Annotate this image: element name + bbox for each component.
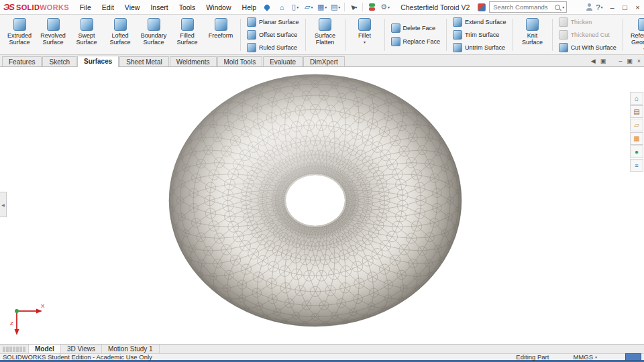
new-document-button[interactable]: ▯▾ bbox=[288, 1, 302, 13]
tab-scroll-buttons[interactable] bbox=[0, 345, 29, 353]
tab-weldments[interactable]: Weldments bbox=[170, 56, 217, 66]
menu-tools[interactable]: Tools bbox=[174, 1, 201, 13]
extend-surface-button[interactable]: Extend Surface bbox=[449, 16, 510, 29]
search-commands-box[interactable]: ▾ bbox=[489, 1, 567, 13]
pin-menu-icon[interactable] bbox=[263, 3, 270, 11]
options-button[interactable]: ⚙▾ bbox=[378, 1, 392, 13]
rebuild-button[interactable] bbox=[365, 1, 378, 13]
close-button[interactable]: × bbox=[631, 1, 644, 14]
menu-window[interactable]: Window bbox=[201, 1, 236, 13]
doc-close-button[interactable]: × bbox=[637, 58, 641, 64]
tab-mold-tools[interactable]: Mold Tools bbox=[217, 56, 263, 66]
tab-motion-study-1[interactable]: Motion Study 1 bbox=[102, 345, 160, 353]
revolved-surface-button[interactable]: Revolved Surface bbox=[36, 16, 70, 54]
menu-edit[interactable]: Edit bbox=[97, 1, 119, 13]
tab-sheet-metal[interactable]: Sheet Metal bbox=[119, 56, 168, 66]
caret-down-icon: ▾ bbox=[311, 5, 313, 9]
document-tabs-bar: Model 3D Views Motion Study 1 bbox=[0, 344, 644, 353]
menu-view[interactable]: View bbox=[119, 1, 146, 13]
menu-file[interactable]: File bbox=[74, 1, 97, 13]
lofted-surface-button[interactable]: Lofted Surface bbox=[103, 16, 137, 54]
revolved-surface-icon bbox=[47, 18, 60, 31]
quick-access-toolbar: ⌂ ▯▾ ▱▾ ▦▾ ▤▾ ▶▾ ⚙▾ bbox=[275, 1, 392, 13]
reference-geometry-button[interactable]: Reference Geometry ▾ bbox=[626, 16, 644, 54]
caret-down-icon: ▾ bbox=[325, 5, 327, 9]
replace-face-icon bbox=[391, 37, 400, 46]
units-selector[interactable]: MMGS ▾ bbox=[573, 353, 597, 361]
task-pane-home-button[interactable]: ⌂ bbox=[630, 92, 643, 105]
tab-3d-views[interactable]: 3D Views bbox=[61, 345, 102, 353]
maximize-button[interactable]: □ bbox=[619, 1, 631, 14]
doc-minimize-button[interactable]: – bbox=[619, 58, 622, 64]
knit-surface-button[interactable]: Knit Surface bbox=[516, 16, 549, 54]
file-explorer-button[interactable]: ▱ bbox=[630, 119, 643, 131]
surface-flatten-button[interactable]: Surface Flatten bbox=[309, 16, 342, 54]
ribbon-separator bbox=[623, 19, 623, 51]
graphics-area[interactable]: ◀ ⌂ ▤ ▱ ▦ ● ≡ X Z bbox=[0, 67, 644, 344]
tab-features[interactable]: Features bbox=[2, 56, 42, 66]
part-file-icon bbox=[478, 3, 486, 11]
untrim-surface-icon bbox=[453, 43, 462, 52]
offset-surface-icon bbox=[247, 30, 256, 40]
trim-surface-button[interactable]: Trim Surface bbox=[449, 29, 510, 42]
search-icon[interactable] bbox=[555, 5, 560, 10]
document-window-controls: ◀ ▣ – ▣ × bbox=[591, 58, 644, 66]
tab-sketch[interactable]: Sketch bbox=[42, 56, 76, 66]
caret-down-icon: ▾ bbox=[601, 5, 603, 9]
print-button[interactable]: ▤▾ bbox=[329, 1, 342, 13]
delete-face-button[interactable]: Delete Face bbox=[388, 21, 444, 35]
search-input[interactable] bbox=[492, 3, 553, 11]
task-pane: ⌂ ▤ ▱ ▦ ● ≡ bbox=[630, 92, 643, 172]
offset-surface-button[interactable]: Offset Surface bbox=[244, 29, 303, 42]
caret-down-icon[interactable]: ▾ bbox=[562, 5, 564, 9]
open-button[interactable]: ▱▾ bbox=[302, 1, 315, 13]
minimize-button[interactable]: – bbox=[606, 1, 619, 14]
tab-evaluate[interactable]: Evaluate bbox=[263, 56, 303, 66]
collapse-ribbon-icon[interactable]: ◀ bbox=[591, 58, 596, 64]
task-pane-toggle[interactable] bbox=[625, 353, 641, 361]
units-label: MMGS bbox=[573, 353, 593, 361]
extruded-surface-button[interactable]: Extruded Surface bbox=[3, 16, 36, 54]
custom-properties-button[interactable]: ≡ bbox=[630, 159, 643, 172]
untrim-surface-button[interactable]: Untrim Surface bbox=[449, 41, 510, 54]
tab-model[interactable]: Model bbox=[29, 345, 61, 353]
appearances-button[interactable]: ▦ bbox=[630, 132, 643, 145]
swept-surface-button[interactable]: Swept Surface bbox=[70, 16, 103, 54]
feature-tree-collapse-tab[interactable]: ◀ bbox=[0, 192, 7, 217]
tab-surfaces[interactable]: Surfaces bbox=[77, 56, 119, 67]
home-button[interactable]: ⌂ bbox=[275, 1, 288, 13]
toroid-model[interactable] bbox=[0, 67, 644, 344]
document-title: Chesterfield Toroid V2 bbox=[400, 3, 470, 11]
save-button[interactable]: ▦▾ bbox=[315, 1, 329, 13]
tab-dimxpert[interactable]: DimXpert bbox=[303, 56, 345, 66]
ruled-surface-button[interactable]: Ruled Surface bbox=[244, 41, 303, 54]
design-library-button[interactable]: ▤ bbox=[630, 105, 643, 118]
help-label: ? bbox=[596, 3, 600, 11]
replace-face-button[interactable]: Replace Face bbox=[388, 35, 444, 48]
cascade-window-icon[interactable]: ▣ bbox=[600, 58, 606, 64]
filled-surface-button[interactable]: Filled Surface bbox=[170, 16, 204, 54]
ribbon-separator bbox=[384, 19, 385, 51]
solidworks-logo: ЭS SOLIDWORKS bbox=[0, 2, 74, 12]
status-bar: SOLIDWORKS Student Edition - Academic Us… bbox=[0, 353, 644, 362]
menu-help[interactable]: Help bbox=[237, 1, 262, 13]
boundary-surface-button[interactable]: Boundary Surface bbox=[137, 16, 170, 54]
user-account-icon[interactable] bbox=[586, 3, 593, 11]
select-button[interactable]: ▶▾ bbox=[347, 1, 360, 13]
menu-insert[interactable]: Insert bbox=[145, 1, 173, 13]
thicken-icon bbox=[559, 17, 568, 27]
fillet-button[interactable]: Fillet ▾ bbox=[348, 16, 382, 54]
caret-down-icon: ▾ bbox=[364, 40, 366, 44]
lofted-surface-icon bbox=[114, 18, 127, 31]
extruded-surface-icon bbox=[13, 18, 26, 31]
doc-restore-button[interactable]: ▣ bbox=[627, 58, 633, 64]
freeform-button[interactable]: Freeform bbox=[204, 16, 237, 54]
ribbon-separator bbox=[513, 19, 513, 51]
cut-with-surface-button[interactable]: Cut With Surface bbox=[555, 41, 620, 54]
help-button[interactable]: ?▾ bbox=[593, 1, 606, 14]
command-manager-tabs: Features Sketch Surfaces Sheet Metal Wel… bbox=[0, 55, 644, 67]
planar-surface-button[interactable]: Planar Surface bbox=[244, 16, 303, 29]
ruled-surface-icon bbox=[247, 43, 256, 52]
solidworks-resources-button[interactable]: ● bbox=[630, 145, 643, 158]
ribbon-separator bbox=[552, 19, 553, 51]
